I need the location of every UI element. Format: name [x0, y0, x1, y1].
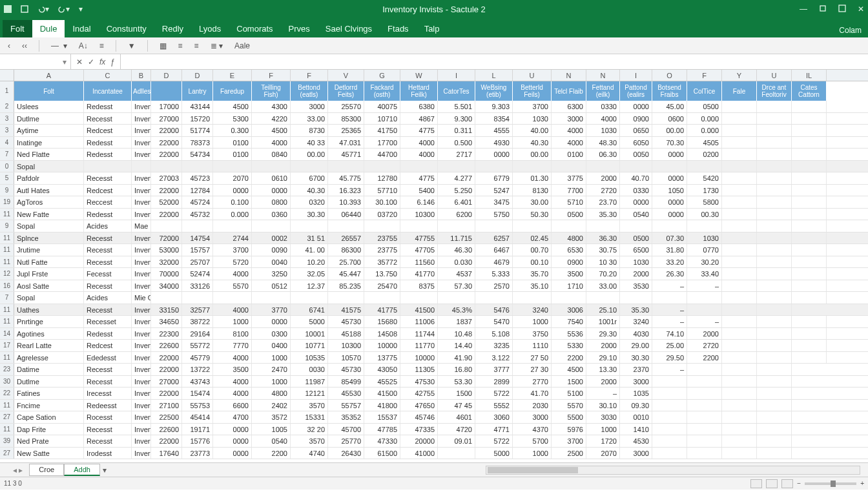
cell[interactable]: 3000: [552, 113, 586, 125]
cell[interactable]: 5710: [552, 196, 586, 208]
cell[interactable]: 2470: [252, 364, 291, 375]
row-header[interactable]: 30: [0, 376, 14, 388]
cell[interactable]: Redcest: [84, 185, 132, 196]
cell[interactable]: Splnce: [14, 232, 84, 244]
cell[interactable]: 22500: [151, 411, 182, 423]
cell[interactable]: 1030: [620, 256, 652, 268]
cell[interactable]: 5722: [475, 388, 513, 399]
cell[interactable]: 00.30: [687, 209, 722, 220]
cell[interactable]: [586, 161, 620, 172]
cell[interactable]: [213, 220, 252, 232]
cell[interactable]: 22300: [151, 328, 182, 340]
cell[interactable]: 11006: [400, 316, 438, 327]
cell[interactable]: 23.70: [586, 196, 620, 208]
sheet-nav-icon[interactable]: ◂ ▸: [13, 466, 23, 475]
cell[interactable]: 6741: [291, 304, 328, 316]
cell[interactable]: 0000: [213, 424, 252, 435]
cell[interactable]: 31.80: [652, 244, 687, 256]
row-header[interactable]: 2: [0, 101, 14, 112]
cell[interactable]: 1000: [252, 376, 291, 388]
cell[interactable]: 4000: [213, 268, 252, 280]
column-header[interactable]: F: [687, 70, 722, 81]
cell[interactable]: 29164: [182, 328, 213, 340]
cell[interactable]: 35352: [328, 411, 364, 423]
cell[interactable]: 6300: [552, 101, 586, 112]
add-sheet-button[interactable]: ▾: [103, 466, 107, 475]
cell[interactable]: 52000: [151, 196, 182, 208]
cell[interactable]: 4530: [620, 435, 652, 447]
row-header[interactable]: 11: [0, 209, 14, 220]
tool-dropdown[interactable]: — ▾: [48, 40, 70, 52]
cell[interactable]: 0330: [586, 101, 620, 112]
cell[interactable]: 46.30: [438, 244, 475, 256]
cell[interactable]: 0770: [687, 244, 722, 256]
row-header[interactable]: 3: [0, 113, 14, 125]
column-header[interactable]: IL: [792, 70, 827, 81]
cell[interactable]: 45730: [328, 364, 364, 375]
cell[interactable]: [757, 388, 792, 399]
table-header-cell[interactable]: Telcl Flaib: [552, 81, 586, 101]
row-header[interactable]: 39: [0, 435, 14, 447]
cell[interactable]: Inventy; Hop: [132, 280, 151, 292]
cell[interactable]: [620, 292, 652, 304]
cell[interactable]: [792, 280, 827, 292]
cell[interactable]: 3750: [513, 328, 552, 340]
cell[interactable]: 45746: [400, 411, 438, 423]
row-header[interactable]: 11: [0, 304, 14, 316]
table-header-cell[interactable]: Betterld Feils): [513, 81, 552, 101]
spreadsheet-grid[interactable]: ACBDDEFFVGWILUNNIOFYUIL 1FoltIncantateeA…: [0, 70, 868, 462]
cell[interactable]: 0.100: [213, 196, 252, 208]
cell[interactable]: 34000: [151, 280, 182, 292]
cell[interactable]: 3006: [552, 304, 586, 316]
cell[interactable]: Sopal: [14, 292, 84, 304]
cell[interactable]: 11987: [291, 376, 328, 388]
cell[interactable]: 4000: [586, 113, 620, 125]
cell[interactable]: 4800: [252, 388, 291, 399]
cell[interactable]: 5750: [475, 209, 513, 220]
cell[interactable]: 10300: [400, 209, 438, 220]
cell[interactable]: 12121: [291, 388, 328, 399]
cell[interactable]: [182, 220, 213, 232]
cell[interactable]: [513, 161, 552, 172]
cell[interactable]: 1720: [586, 435, 620, 447]
cell[interactable]: 5400: [400, 185, 438, 196]
cell[interactable]: 10570: [328, 352, 364, 364]
cell[interactable]: 5000: [475, 448, 513, 459]
cell[interactable]: 4775: [400, 172, 438, 184]
cell[interactable]: Mae Uopl: [132, 220, 151, 232]
cell[interactable]: [722, 244, 757, 256]
cell[interactable]: 2770: [513, 376, 552, 388]
cell[interactable]: 30.30: [291, 209, 328, 220]
cell[interactable]: Inverty; Hop: [132, 448, 151, 459]
cell[interactable]: 27 50: [513, 352, 552, 364]
column-header[interactable]: G: [364, 70, 400, 81]
cell[interactable]: [757, 220, 792, 232]
cell[interactable]: 41775: [364, 304, 400, 316]
table-header-cell[interactable]: WeBsing (etib): [475, 81, 513, 101]
cell[interactable]: [792, 196, 827, 208]
cell[interactable]: [722, 376, 757, 388]
cell[interactable]: 2030: [513, 400, 552, 411]
cell[interactable]: –: [652, 304, 687, 316]
cell[interactable]: 1730: [687, 185, 722, 196]
cell[interactable]: Inventy; Eop: [132, 232, 151, 244]
cell[interactable]: [757, 232, 792, 244]
cell[interactable]: [722, 424, 757, 435]
cell[interactable]: [400, 161, 438, 172]
table-header-cell[interactable]: Faredup: [213, 81, 252, 101]
cell[interactable]: [757, 244, 792, 256]
cell[interactable]: 22000: [151, 209, 182, 220]
cell[interactable]: 3000: [513, 411, 552, 423]
row-header[interactable]: 27: [0, 411, 14, 423]
nav-fwd-icon[interactable]: ‹‹: [19, 40, 30, 52]
cell[interactable]: [757, 340, 792, 351]
cell[interactable]: [722, 256, 757, 268]
table-header-cell[interactable]: Botsend Fraibs: [652, 81, 687, 101]
cell[interactable]: 02.45: [513, 232, 552, 244]
scrollbar-thumb[interactable]: [488, 467, 578, 473]
cell[interactable]: Inventy; Top: [132, 244, 151, 256]
cell[interactable]: Agotines: [14, 328, 84, 340]
cell[interactable]: 6467: [475, 244, 513, 256]
cell[interactable]: Recesst: [84, 435, 132, 447]
row-header[interactable]: 7: [0, 149, 14, 160]
